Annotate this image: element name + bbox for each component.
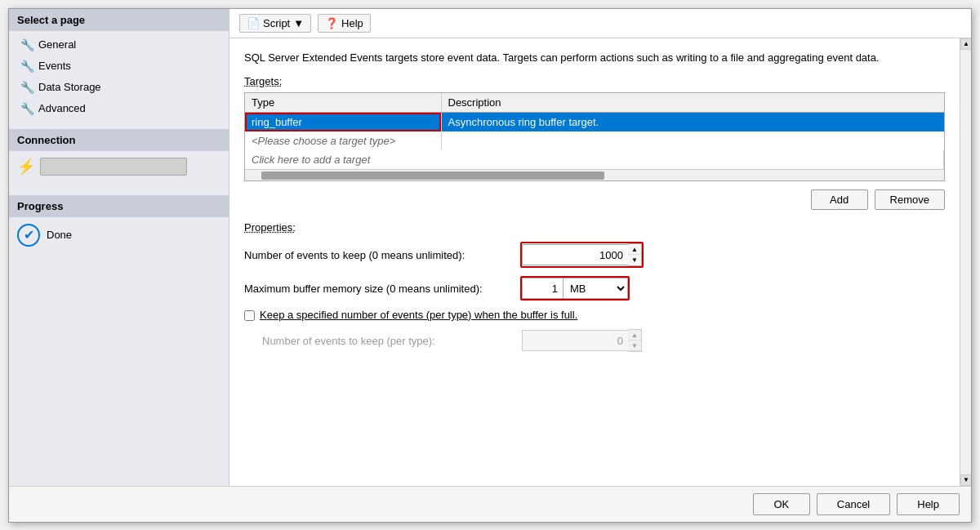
dialog: Select a page 🔧 General 🔧 Events 🔧 Data … <box>8 8 972 523</box>
cell-add-target: Click here to add a target <box>245 150 944 169</box>
footer-help-button[interactable]: Help <box>897 493 960 515</box>
sidebar-item-label-general: General <box>38 38 76 51</box>
targets-table: Type Description ring_buffer Asynchronou… <box>245 93 944 169</box>
buffer-property-row: Maximum buffer memory size (0 means unli… <box>244 276 945 301</box>
help-button[interactable]: ❓ Help <box>318 14 371 33</box>
connection-header: Connection <box>9 129 229 151</box>
table-header-row: Type Description <box>245 93 944 113</box>
progress-header: Progress <box>9 195 229 217</box>
right-panel: 📄 Script ▼ ❓ Help SQL Server Extended Ev… <box>229 9 971 486</box>
sub-input-group: ▲ ▼ <box>522 329 642 352</box>
col-type-header: Type <box>245 93 441 113</box>
sub-prop-label: Number of events to keep (per type): <box>262 335 515 347</box>
events-number-input[interactable] <box>522 244 628 265</box>
sub-number-input[interactable] <box>522 330 628 351</box>
script-icon: 📄 <box>247 17 260 29</box>
progress-circle: ✔ <box>17 224 40 247</box>
script-button[interactable]: 📄 Script ▼ <box>239 14 311 33</box>
sub-spinner-down[interactable]: ▼ <box>628 341 641 351</box>
add-button[interactable]: Add <box>811 189 868 210</box>
properties-label: Properties: <box>244 221 945 234</box>
cell-type-placeholder: <Please choose a target type> <box>245 131 441 150</box>
advanced-icon: 🔧 <box>20 102 33 115</box>
buffer-input-group: MB KB GB <box>520 276 630 301</box>
script-dropdown-icon: ▼ <box>293 17 304 29</box>
left-panel: Select a page 🔧 General 🔧 Events 🔧 Data … <box>9 9 229 486</box>
sub-spinner: ▲ ▼ <box>628 329 642 352</box>
table-row[interactable]: ring_buffer Asynchronous ring buffer tar… <box>245 113 944 132</box>
events-spinner-down[interactable]: ▼ <box>628 255 641 265</box>
checkbox-label-text: eep a specified number of events (per ty… <box>267 309 578 321</box>
ok-button[interactable]: OK <box>753 493 810 515</box>
connection-server-box <box>40 158 187 176</box>
general-icon: 🔧 <box>20 38 33 51</box>
sub-spinner-up[interactable]: ▲ <box>628 330 641 341</box>
progress-status: Done <box>47 229 72 241</box>
targets-table-container: Type Description ring_buffer Asynchronou… <box>244 92 945 181</box>
right-scrollbar: ▲ ▼ <box>960 38 971 486</box>
progress-section: Progress ✔ Done <box>9 189 229 253</box>
nav-items: 🔧 General 🔧 Events 🔧 Data Storage 🔧 Adva… <box>9 31 229 122</box>
buffer-number-input[interactable] <box>522 278 563 299</box>
events-prop-label: Number of events to keep (0 means unlimi… <box>244 249 514 261</box>
cell-type-ring-buffer: ring_buffer <box>245 113 441 132</box>
events-property-row: Number of events to keep (0 means unlimi… <box>244 242 945 268</box>
sidebar-item-label-events: Events <box>38 60 71 72</box>
scrollbar-thumb <box>261 171 604 180</box>
main-content: SQL Server Extended Events targets store… <box>229 38 960 486</box>
toolbar: 📄 Script ▼ ❓ Help <box>229 9 971 38</box>
sidebar-item-data-storage[interactable]: 🔧 Data Storage <box>9 77 229 98</box>
sidebar-item-advanced[interactable]: 🔧 Advanced <box>9 98 229 119</box>
buffer-prop-label: Maximum buffer memory size (0 means unli… <box>244 283 514 295</box>
action-buttons: Add Remove <box>244 189 945 210</box>
description-text: SQL Server Extended Events targets store… <box>244 50 945 66</box>
cell-desc-ring-buffer: Asynchronous ring buffer target. <box>441 113 944 132</box>
events-input-group: ▲ ▼ <box>520 242 644 268</box>
checkbox-row: Keep a specified number of events (per t… <box>244 309 945 321</box>
help-label: Help <box>341 17 363 29</box>
sidebar-item-general[interactable]: 🔧 General <box>9 34 229 56</box>
select-a-page-header: Select a page <box>9 9 229 31</box>
sidebar-item-label-advanced: Advanced <box>38 102 86 114</box>
targets-label: Targets: <box>244 75 945 87</box>
help-icon: ❓ <box>325 17 338 29</box>
dialog-content: Select a page 🔧 General 🔧 Events 🔧 Data … <box>9 9 971 486</box>
connection-icon: ⚡ <box>17 158 35 176</box>
scrollbar-arrow-up[interactable]: ▲ <box>960 38 971 50</box>
events-icon: 🔧 <box>20 60 33 73</box>
connection-content: ⚡ <box>9 151 229 182</box>
cell-desc-placeholder <box>441 131 944 150</box>
sidebar-item-events[interactable]: 🔧 Events <box>9 56 229 77</box>
table-row[interactable]: <Please choose a target type> <box>245 131 944 150</box>
scrollbar-track <box>960 50 971 474</box>
scrollbar-arrow-down[interactable]: ▼ <box>960 474 971 486</box>
checkbox-underline-k: K <box>260 309 267 321</box>
connection-row: ⚡ <box>17 158 220 176</box>
script-label: Script <box>263 17 290 29</box>
cancel-button[interactable]: Cancel <box>817 493 890 515</box>
dialog-footer: OK Cancel Help <box>9 486 971 522</box>
buffer-unit-select[interactable]: MB KB GB <box>563 278 628 299</box>
col-description-header: Description <box>441 93 944 113</box>
data-storage-icon: 🔧 <box>20 81 33 94</box>
events-spinner-up[interactable]: ▲ <box>628 244 641 255</box>
sidebar-item-label-data-storage: Data Storage <box>38 81 101 93</box>
remove-button[interactable]: Remove <box>875 189 945 210</box>
keep-events-checkbox[interactable] <box>244 310 255 321</box>
checkbox-label: Keep a specified number of events (per t… <box>260 309 577 321</box>
progress-content: ✔ Done <box>9 217 229 253</box>
targets-scrollbar[interactable] <box>245 169 944 180</box>
sub-property-row: Number of events to keep (per type): ▲ ▼ <box>262 329 945 352</box>
table-row-add[interactable]: Click here to add a target <box>245 150 944 169</box>
events-spinner: ▲ ▼ <box>628 243 642 266</box>
